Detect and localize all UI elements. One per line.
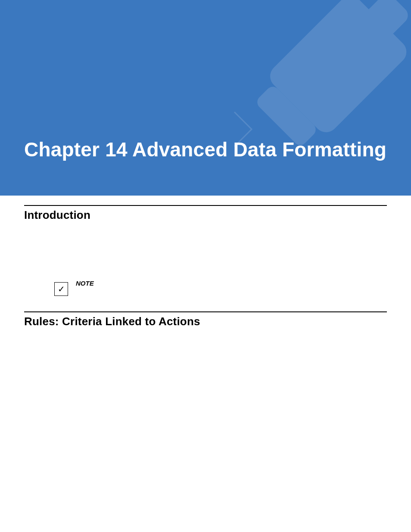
svg-rect-1 [357,0,411,46]
section-divider [24,205,387,206]
page-content: Introduction ✓ NOTE Rules: Criteria Link… [0,205,411,328]
chapter-banner: Chapter 14 Advanced Data Formatting [0,0,411,196]
checkmark-icon: ✓ [58,285,65,293]
section-heading-rules: Rules: Criteria Linked to Actions [24,315,387,328]
section-heading-introduction: Introduction [24,208,387,222]
svg-rect-0 [265,0,411,137]
note-icon-box: ✓ [54,282,68,296]
note-callout: ✓ NOTE [54,282,387,296]
section-divider [24,311,387,312]
note-label: NOTE [76,280,94,287]
chapter-title: Chapter 14 Advanced Data Formatting [24,138,386,161]
